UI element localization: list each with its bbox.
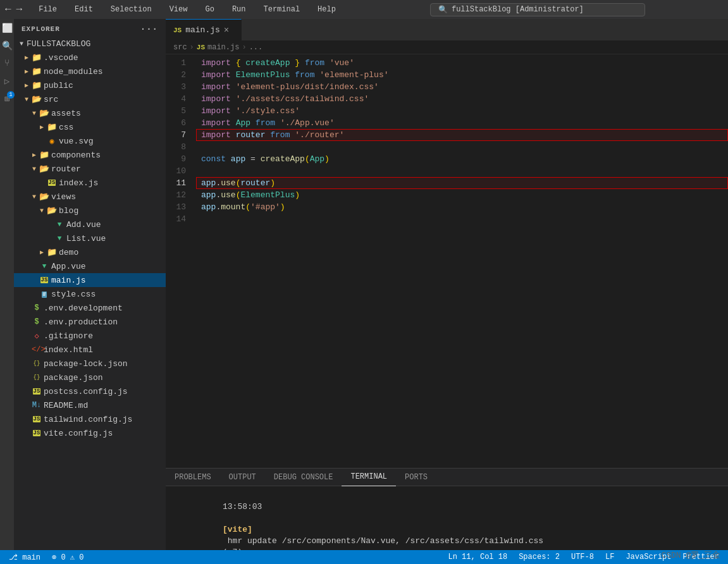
code-editor[interactable]: 1234567891011121314 import { createApp }… bbox=[166, 54, 728, 468]
menu-go[interactable]: Go bbox=[201, 4, 218, 15]
search-box[interactable]: 🔍 fullStackBlog [Administrator] bbox=[430, 3, 645, 16]
tree-label-readme: README.md bbox=[44, 401, 166, 410]
tree-item-gitignore[interactable]: ◇.gitignore bbox=[14, 329, 166, 343]
line-number-10: 10 bbox=[166, 165, 188, 177]
tree-label-vscode: .vscode bbox=[44, 53, 166, 63]
line-numbers: 1234567891011121314 bbox=[166, 54, 196, 468]
tree-item-components[interactable]: ▶📁components bbox=[14, 148, 166, 162]
tree-label-demo: demo bbox=[59, 248, 166, 257]
tree-item-env_prod[interactable]: $.env.production bbox=[14, 315, 166, 329]
activity-extensions[interactable]: ⊞ 1 bbox=[1, 92, 13, 105]
tree-item-src[interactable]: ▼📂src bbox=[14, 92, 166, 106]
activity-explorer[interactable]: ⬜ bbox=[1, 21, 13, 34]
tree-item-public[interactable]: ▶📁public bbox=[14, 78, 166, 92]
line-number-8: 8 bbox=[166, 141, 188, 153]
menu-help[interactable]: Help bbox=[314, 4, 340, 15]
tree-item-vscode[interactable]: ▶📁.vscode bbox=[14, 51, 166, 64]
tree-item-package_json[interactable]: {}package.json bbox=[14, 371, 166, 384]
breadcrumb-file[interactable]: main.js bbox=[207, 43, 239, 52]
activity-search[interactable]: 🔍 bbox=[1, 39, 13, 52]
panel: PROBLEMSOUTPUTDEBUG CONSOLETERMINALPORTS… bbox=[166, 468, 728, 550]
nav-forward-button[interactable]: → bbox=[16, 4, 23, 15]
menu-edit[interactable]: Edit bbox=[71, 4, 97, 15]
tree-item-style_css[interactable]: #style.css bbox=[14, 287, 166, 301]
panel-tab-output[interactable]: OUTPUT bbox=[220, 469, 265, 486]
tab-main-js[interactable]: JS main.js × bbox=[166, 19, 242, 40]
terminal-content[interactable]: 13:58:03 [vite] hmr update /src/componen… bbox=[166, 486, 728, 550]
tree-item-package_lock[interactable]: {}package-lock.json bbox=[14, 357, 166, 371]
tree-item-index_html[interactable]: </>index.html bbox=[14, 343, 166, 357]
menu-terminal[interactable]: Terminal bbox=[259, 4, 304, 15]
tree-label-assets: assets bbox=[51, 109, 166, 118]
code-line-14 bbox=[196, 213, 728, 225]
tree-item-router_index[interactable]: JSindex.js bbox=[14, 176, 166, 190]
code-line-9: const app = createApp(App) bbox=[196, 153, 728, 165]
menu-run[interactable]: Run bbox=[228, 4, 250, 15]
tree-item-vite[interactable]: JSvite.config.js bbox=[14, 426, 166, 440]
tree-label-css: css bbox=[59, 123, 166, 132]
tree-item-app_vue[interactable]: ▼App.vue bbox=[14, 259, 166, 273]
breadcrumb-dots[interactable]: ... bbox=[249, 43, 263, 52]
breadcrumb-js-icon: JS bbox=[197, 44, 205, 51]
tree-item-add_vue[interactable]: ▼Add.vue bbox=[14, 218, 166, 231]
tree-item-node_modules[interactable]: ▶📁node_modules bbox=[14, 64, 166, 78]
tree-item-postcss[interactable]: JSpostcss.config.js bbox=[14, 384, 166, 398]
status-encoding[interactable]: UTF-8 bbox=[569, 553, 596, 561]
breadcrumb-src[interactable]: src bbox=[173, 43, 187, 52]
activity-git[interactable]: ⑂ bbox=[1, 57, 13, 70]
code-line-6: import App from './App.vue' bbox=[196, 117, 728, 129]
menu-file[interactable]: File bbox=[35, 4, 61, 15]
root-label: FULLSTACKBLOG bbox=[27, 39, 166, 49]
tab-close-button[interactable]: × bbox=[224, 26, 229, 35]
line-number-11: 11 bbox=[166, 177, 188, 189]
tree-item-vue_svg[interactable]: ◉vue.svg bbox=[14, 134, 166, 148]
tree-item-blog[interactable]: ▼📂blog bbox=[14, 204, 166, 218]
tree-label-vue_svg: vue.svg bbox=[59, 137, 166, 146]
menu-view[interactable]: View bbox=[166, 4, 192, 15]
root-arrow: ▼ bbox=[16, 40, 27, 47]
line-number-9: 9 bbox=[166, 153, 188, 165]
tree-root[interactable]: ▼ FULLSTACKBLOG bbox=[14, 37, 166, 51]
tree-item-assets[interactable]: ▼📂assets bbox=[14, 106, 166, 120]
status-eol[interactable]: LF bbox=[603, 553, 617, 561]
search-icon: 🔍 bbox=[438, 5, 448, 15]
tree-item-readme[interactable]: M↓README.md bbox=[14, 398, 166, 412]
nav-back-button[interactable]: ← bbox=[5, 4, 11, 15]
tree-item-css[interactable]: ▶📁css bbox=[14, 120, 166, 134]
status-errors[interactable]: ⊗ 0 ⚠ 0 bbox=[49, 553, 86, 562]
activity-debug[interactable]: ▷ bbox=[1, 75, 13, 87]
status-branch[interactable]: ⎇ main bbox=[6, 553, 43, 562]
code-line-4: import './assets/css/tailwind.css' bbox=[196, 93, 728, 105]
terminal-vite-tag: [vite] bbox=[223, 525, 252, 534]
sidebar: EXPLORER ··· ▼ FULLSTACKBLOG ▶📁.vscode▶📁… bbox=[14, 19, 166, 550]
status-spaces[interactable]: Spaces: 2 bbox=[516, 553, 562, 561]
panel-tab-terminal[interactable]: TERMINAL bbox=[342, 469, 396, 486]
tab-label: main.js bbox=[185, 25, 220, 35]
status-position[interactable]: Ln 11, Col 18 bbox=[446, 553, 510, 561]
nav-buttons[interactable]: ← → bbox=[5, 4, 22, 15]
tree-item-router[interactable]: ▼📂router bbox=[14, 162, 166, 176]
sidebar-more-button[interactable]: ··· bbox=[140, 24, 158, 34]
tree-label-env_prod: .env.production bbox=[44, 317, 166, 327]
code-line-7: import router from './router' bbox=[196, 129, 728, 141]
tree-item-views[interactable]: ▼📂views bbox=[14, 190, 166, 204]
code-line-8 bbox=[196, 141, 728, 153]
tab-icon: JS bbox=[173, 27, 182, 34]
extensions-badge: 1 bbox=[7, 91, 15, 99]
tree-item-tailwind[interactable]: JStailwind.config.js bbox=[14, 412, 166, 426]
tree-item-env_dev[interactable]: $.env.development bbox=[14, 301, 166, 315]
tree-item-list_vue[interactable]: ▼List.vue bbox=[14, 231, 166, 245]
tree-label-src: src bbox=[44, 95, 166, 104]
code-line-5: import './style.css' bbox=[196, 105, 728, 117]
tree-label-router: router bbox=[51, 164, 166, 174]
tree-item-demo[interactable]: ▶📁demo bbox=[14, 245, 166, 259]
menu-selection[interactable]: Selection bbox=[107, 4, 156, 15]
line-number-6: 6 bbox=[166, 117, 188, 129]
code-line-10 bbox=[196, 165, 728, 177]
tree-item-main_js[interactable]: JSmain.js bbox=[14, 273, 166, 287]
panel-tab-problems[interactable]: PROBLEMS bbox=[166, 469, 220, 486]
panel-tab-ports[interactable]: PORTS bbox=[396, 469, 436, 486]
tab-bar: JS main.js × bbox=[166, 19, 728, 41]
panel-tab-debug-console[interactable]: DEBUG CONSOLE bbox=[265, 469, 342, 486]
line-number-4: 4 bbox=[166, 93, 188, 105]
